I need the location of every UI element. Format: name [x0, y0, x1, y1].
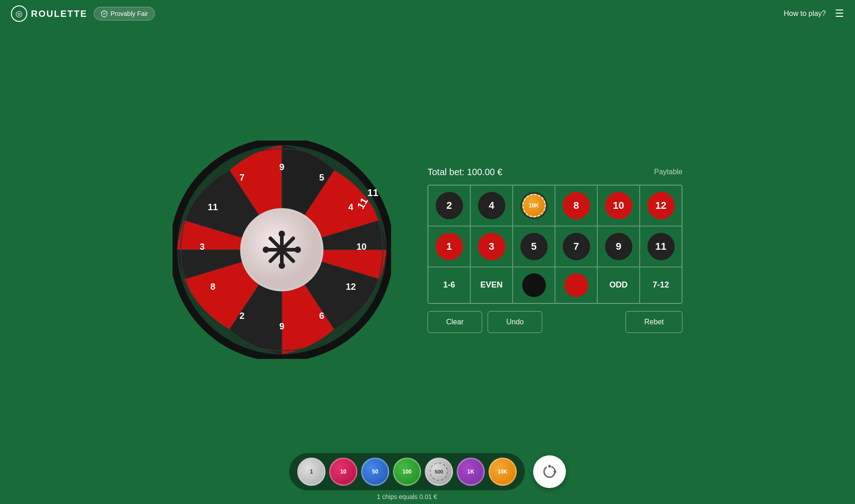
wheel-container: 11 11 11 7 9 5 4 10 12 6 9 2 8 3	[173, 141, 391, 359]
chip-500[interactable]: 500	[425, 458, 453, 486]
bet-cell-7-12[interactable]: 7-12	[640, 267, 682, 303]
bet-cell-8[interactable]: 8	[555, 185, 597, 226]
betting-table: 2 4 6 10K 8 10	[428, 185, 682, 304]
bet-row-bottom: 1-6 EVEN ODD 7-12	[428, 267, 682, 303]
bet-row-top: 2 4 6 10K 8 10	[428, 185, 682, 226]
bet-cell-10[interactable]: 10	[597, 185, 640, 226]
svg-point-30	[548, 465, 551, 468]
bet-cell-2[interactable]: 2	[428, 185, 470, 226]
roulette-title: ROULETTE	[31, 9, 87, 19]
svg-text:5: 5	[319, 172, 324, 182]
action-buttons: Clear Undo Rebet	[428, 311, 682, 333]
svg-text:4: 4	[348, 202, 354, 212]
svg-text:11: 11	[208, 202, 218, 212]
svg-text:7: 7	[239, 172, 244, 182]
bet-cell-11[interactable]: 11	[640, 226, 682, 267]
svg-text:6: 6	[319, 311, 324, 321]
main-content: 11 11 11 7 9 5 4 10 12 6 9 2 8 3	[0, 27, 855, 472]
chip-100[interactable]: 100	[393, 458, 421, 486]
roulette-icon: ◎	[11, 5, 27, 22]
svg-point-27	[279, 231, 285, 237]
shield-icon	[101, 10, 108, 17]
svg-text:10: 10	[356, 242, 366, 252]
bet-section: Total bet: 100.00 € Paytable 2 4 6 10K	[428, 167, 682, 333]
chip-1k[interactable]: 1K	[457, 458, 485, 486]
chip-1[interactable]: 1	[297, 458, 326, 486]
bet-cell-red[interactable]	[555, 267, 597, 303]
svg-point-26	[295, 247, 301, 253]
chip-10k[interactable]: 10K	[489, 458, 517, 486]
chip-info-label: 1 chips equals 0.01 €	[377, 493, 437, 500]
svg-text:9: 9	[279, 321, 284, 331]
svg-text:11: 11	[367, 187, 378, 198]
bet-cell-7[interactable]: 7	[555, 226, 597, 267]
total-bet-display: Total bet: 100.00 €	[428, 167, 503, 177]
bet-cell-4[interactable]: 4	[470, 185, 513, 226]
bet-cell-odd[interactable]: ODD	[597, 267, 640, 303]
bet-cell-even[interactable]: EVEN	[470, 267, 513, 303]
svg-point-28	[279, 262, 285, 269]
chip-50[interactable]: 50	[361, 458, 389, 486]
bet-cell-3[interactable]: 3	[470, 226, 513, 267]
roulette-wheel[interactable]: 11 11 11 7 9 5 4 10 12 6 9 2 8 3	[173, 141, 391, 359]
chip-10[interactable]: 10	[329, 458, 357, 486]
paytable-button[interactable]: Paytable	[654, 168, 682, 176]
rebet-button[interactable]: Rebet	[626, 311, 682, 333]
provably-fair-button[interactable]: Provably Fair	[94, 7, 155, 20]
svg-text:3: 3	[199, 242, 204, 252]
clear-button[interactable]: Clear	[428, 311, 482, 333]
bet-header: Total bet: 100.00 € Paytable	[428, 167, 682, 177]
bet-cell-9[interactable]: 9	[597, 226, 640, 267]
header: ◎ ROULETTE Provably Fair How to play? ☰	[0, 0, 855, 27]
chip-tray: 1 10 50 100 500 1K 10K 1 chips equals 0.…	[289, 453, 525, 490]
spin-icon	[541, 464, 558, 480]
svg-text:9: 9	[279, 162, 284, 172]
roulette-logo: ◎ ROULETTE	[11, 5, 87, 22]
undo-button[interactable]: Undo	[488, 311, 542, 333]
svg-text:2: 2	[239, 311, 244, 321]
header-left: ◎ ROULETTE Provably Fair	[11, 5, 155, 22]
placed-chip-10k: 10K	[522, 194, 546, 217]
bet-row-middle: 1 3 5 7 9 11	[428, 226, 682, 267]
bet-cell-black[interactable]	[513, 267, 555, 303]
how-to-play-link[interactable]: How to play?	[784, 10, 826, 18]
svg-text:12: 12	[346, 282, 356, 292]
svg-point-29	[544, 466, 555, 477]
svg-point-25	[263, 247, 269, 253]
bet-cell-1-6[interactable]: 1-6	[428, 267, 470, 303]
header-right: How to play? ☰	[784, 8, 845, 20]
spin-button[interactable]	[533, 455, 566, 488]
menu-icon[interactable]: ☰	[835, 8, 844, 20]
bet-cell-1[interactable]: 1	[428, 226, 470, 267]
bet-cell-5[interactable]: 5	[513, 226, 555, 267]
chip-bar: 1 10 50 100 500 1K 10K 1 chips equals 0.…	[289, 453, 566, 490]
svg-text:8: 8	[210, 282, 215, 292]
bet-cell-12[interactable]: 12	[640, 185, 682, 226]
svg-point-31	[554, 470, 556, 473]
bet-cell-6[interactable]: 6 10K	[513, 185, 555, 226]
